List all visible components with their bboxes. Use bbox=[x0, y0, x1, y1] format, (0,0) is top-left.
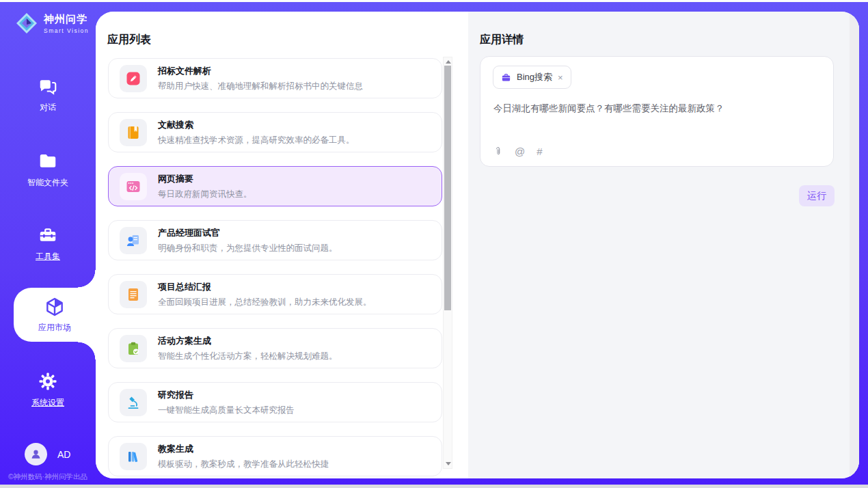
prompt-input-card: Bing搜索 × 今日湖北有哪些新闻要点？有哪些需要关注的最新政策？ @ # bbox=[480, 56, 834, 167]
app-detail-title: 应用详情 bbox=[480, 33, 524, 47]
chat-icon bbox=[38, 76, 58, 96]
sidebar-item-chat[interactable]: 对话 bbox=[0, 76, 96, 113]
app-cards: 招标文件解析 帮助用户快速、准确地理解和解析招标书中的关键信息 文献搜索 快速精… bbox=[108, 58, 442, 478]
detail-scroll-gutter bbox=[850, 12, 859, 478]
bottom-strip bbox=[0, 485, 868, 488]
microscope-icon bbox=[120, 389, 147, 416]
user-account[interactable]: AD bbox=[25, 443, 70, 465]
app-card-activity-plan[interactable]: 活动方案生成 智能生成个性化活动方案，轻松解决规划难题。 bbox=[108, 328, 442, 368]
sidebar-item-toolset[interactable]: 工具集 bbox=[0, 225, 96, 262]
app-name: 网页摘要 bbox=[158, 173, 252, 185]
app-card-web-summary[interactable]: 网页摘要 每日政府新闻资讯快查。 bbox=[108, 166, 442, 206]
app-card-pm-interviewer[interactable]: 产品经理面试官 明确身份和职责，为您提供专业性的面试问题。 bbox=[108, 220, 442, 260]
attachment-toolbar: @ # bbox=[493, 146, 543, 157]
toolbox-icon bbox=[38, 225, 58, 245]
paperclip-icon[interactable] bbox=[493, 146, 503, 157]
mention-at-icon[interactable]: @ bbox=[515, 146, 525, 157]
app-detail-panel: 应用详情 Bing搜索 × 今日湖北有哪些新闻要点？有哪些需要关注的最新政策？ bbox=[468, 12, 859, 478]
folder-icon bbox=[38, 151, 58, 172]
app-name: 产品经理面试官 bbox=[158, 227, 338, 239]
sidebar-item-label: 工具集 bbox=[36, 251, 60, 262]
app-name: 活动方案生成 bbox=[158, 335, 338, 347]
app-card-lesson-plan[interactable]: 教案生成 模板驱动，教案秒成，教学准备从此轻松快捷 bbox=[108, 436, 442, 476]
user-initials: AD bbox=[57, 449, 70, 460]
app-desc: 明确身份和职责，为您提供专业性的面试问题。 bbox=[158, 243, 338, 254]
report-document-icon bbox=[120, 281, 147, 308]
app-card-literature-search[interactable]: 文献搜索 快速精准查找学术资源，提高研究效率的必备工具。 bbox=[108, 112, 442, 152]
sidebar-item-app-market[interactable]: 应用市场 bbox=[14, 288, 96, 342]
app-name: 教案生成 bbox=[158, 443, 329, 455]
app-desc: 智能生成个性化活动方案，轻松解决规划难题。 bbox=[158, 351, 338, 362]
app-list-title: 应用列表 bbox=[107, 33, 151, 47]
scrollbar-thumb[interactable] bbox=[444, 66, 451, 310]
app-list-scrollbar[interactable] bbox=[443, 57, 452, 469]
main-content: 应用列表 招标文件解析 帮助用户快速、准确地理解和解析招标书中的关键信息 bbox=[96, 12, 859, 478]
sidebar-item-label: 系统设置 bbox=[31, 397, 64, 409]
web-summary-icon bbox=[120, 173, 147, 200]
interviewer-icon bbox=[120, 227, 147, 254]
app-name: 文献搜索 bbox=[158, 119, 355, 131]
app-card-bid-document-parse[interactable]: 招标文件解析 帮助用户快速、准确地理解和解析招标书中的关键信息 bbox=[108, 58, 442, 98]
bid-document-icon bbox=[120, 65, 147, 92]
app-name: 招标文件解析 bbox=[158, 65, 363, 77]
sidebar-item-label: 对话 bbox=[40, 102, 56, 113]
app-desc: 帮助用户快速、准确地理解和解析招标书中的关键信息 bbox=[158, 81, 363, 92]
clipboard-check-icon bbox=[120, 335, 147, 362]
app-name: 研究报告 bbox=[158, 389, 295, 401]
scroll-down-arrow-icon[interactable] bbox=[446, 462, 451, 465]
app-desc: 每日政府新闻资讯快查。 bbox=[158, 189, 252, 200]
tool-chip-label: Bing搜索 bbox=[517, 71, 552, 83]
copyright-text: ©神州数码·神州问学出品 bbox=[0, 472, 96, 482]
app-desc: 一键智能生成高质量长文本研究报告 bbox=[158, 405, 295, 416]
gear-icon bbox=[38, 371, 58, 392]
books-icon bbox=[120, 443, 147, 470]
hashtag-icon[interactable]: # bbox=[537, 146, 542, 157]
brand-diamond-icon bbox=[14, 11, 39, 36]
app-desc: 快速精准查找学术资源，提高研究效率的必备工具。 bbox=[158, 135, 355, 146]
cube-icon bbox=[44, 296, 66, 318]
app-desc: 全面回顾项目进展，总结经验教训，助力未来优化发展。 bbox=[158, 297, 372, 308]
tool-chip-bing-search[interactable]: Bing搜索 × bbox=[493, 66, 571, 89]
app-desc: 模板驱动，教案秒成，教学准备从此轻松快捷 bbox=[158, 459, 329, 470]
brand-tagline: Smart Vision bbox=[44, 27, 89, 34]
query-textarea[interactable]: 今日湖北有哪些新闻要点？有哪些需要关注的最新政策？ bbox=[493, 102, 820, 116]
sidebar-item-label: 应用市场 bbox=[38, 322, 71, 334]
run-button[interactable]: 运行 bbox=[799, 185, 835, 206]
brand-logo: 神州问学 Smart Vision bbox=[14, 11, 89, 36]
briefcase-icon bbox=[501, 72, 511, 83]
app-list-panel: 应用列表 招标文件解析 帮助用户快速、准确地理解和解析招标书中的关键信息 bbox=[96, 12, 468, 478]
scroll-up-arrow-icon[interactable] bbox=[446, 60, 451, 64]
app-name: 项目总结汇报 bbox=[158, 281, 372, 293]
sidebar-item-smart-folder[interactable]: 智能文件夹 bbox=[0, 151, 96, 189]
sidebar: 神州问学 Smart Vision 对话 智能文件夹 bbox=[0, 2, 96, 485]
sidebar-item-label: 智能文件夹 bbox=[27, 177, 68, 189]
avatar bbox=[25, 443, 47, 465]
sidebar-item-settings[interactable]: 系统设置 bbox=[0, 371, 96, 409]
chip-close-icon[interactable]: × bbox=[558, 73, 563, 82]
brand-name: 神州问学 bbox=[44, 13, 89, 26]
literature-book-icon bbox=[120, 119, 147, 146]
app-card-research-report[interactable]: 研究报告 一键智能生成高质量长文本研究报告 bbox=[108, 382, 442, 422]
app-card-project-summary[interactable]: 项目总结汇报 全面回顾项目进展，总结经验教训，助力未来优化发展。 bbox=[108, 274, 442, 314]
